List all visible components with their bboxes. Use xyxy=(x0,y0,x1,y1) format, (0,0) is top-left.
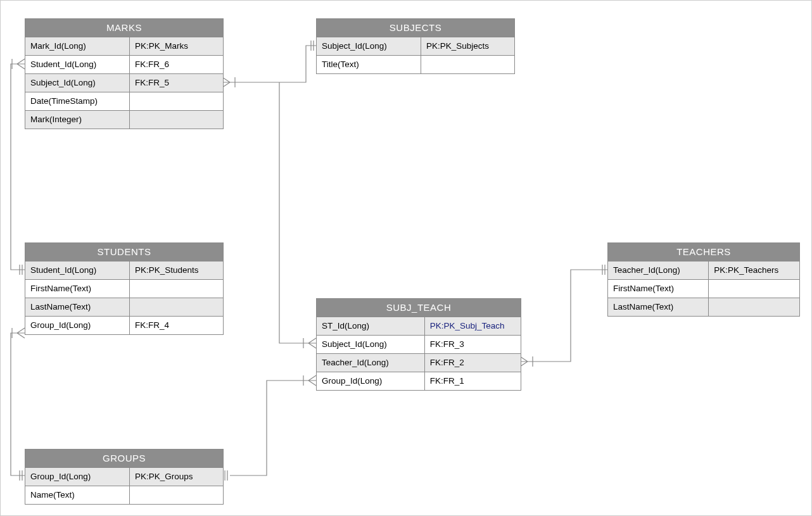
column-name: FirstName(Text) xyxy=(608,280,709,298)
column-name: Date(TimeStamp) xyxy=(25,92,130,110)
column-name: FirstName(Text) xyxy=(25,280,130,298)
entity-groups[interactable]: GROUPS Group_Id(Long) PK:PK_Groups Name(… xyxy=(25,449,224,505)
entity-row: Subject_Id(Long) FK:FR_3 xyxy=(317,336,521,354)
column-key: FK:FR_3 xyxy=(425,336,521,353)
column-name: LastName(Text) xyxy=(608,298,709,316)
column-key xyxy=(709,298,799,316)
column-key: PK:PK_Subjects xyxy=(421,37,514,55)
column-key xyxy=(130,280,223,298)
entity-row: LastName(Text) xyxy=(608,298,799,316)
entity-title: GROUPS xyxy=(25,450,223,468)
column-key xyxy=(130,92,223,110)
column-name: Group_Id(Long) xyxy=(25,317,130,334)
column-key xyxy=(130,486,223,504)
column-name: LastName(Text) xyxy=(25,298,130,316)
column-key: FK:FR_6 xyxy=(130,56,223,73)
entity-row: ST_Id(Long) PK:PK_Subj_Teach xyxy=(317,317,521,336)
entity-subj-teach[interactable]: SUBJ_TEACH ST_Id(Long) PK:PK_Subj_Teach … xyxy=(316,298,521,391)
column-name: Name(Text) xyxy=(25,486,130,504)
column-name: Group_Id(Long) xyxy=(317,372,425,390)
column-key xyxy=(421,56,514,73)
entity-row: Subject_Id(Long) PK:PK_Subjects xyxy=(317,37,514,56)
entity-row: FirstName(Text) xyxy=(608,280,799,298)
entity-row: Mark(Integer) xyxy=(25,111,223,129)
column-name: Teacher_Id(Long) xyxy=(608,261,709,279)
entity-row: Student_Id(Long) PK:PK_Students xyxy=(25,261,223,280)
column-name: Subject_Id(Long) xyxy=(25,74,130,92)
entity-row: Student_Id(Long) FK:FR_6 xyxy=(25,56,223,74)
column-name: Mark_Id(Long) xyxy=(25,37,130,55)
column-key: PK:PK_Subj_Teach xyxy=(425,317,521,335)
entity-row: Group_Id(Long) FK:FR_1 xyxy=(317,372,521,390)
entity-row: Group_Id(Long) PK:PK_Groups xyxy=(25,468,223,486)
column-name: Subject_Id(Long) xyxy=(317,37,421,55)
entity-row: Teacher_Id(Long) FK:FR_2 xyxy=(317,354,521,372)
column-key: FK:FR_5 xyxy=(130,74,223,92)
entity-subjects[interactable]: SUBJECTS Subject_Id(Long) PK:PK_Subjects… xyxy=(316,18,515,74)
entity-title: STUDENTS xyxy=(25,243,223,261)
entity-marks[interactable]: MARKS Mark_Id(Long) PK:PK_Marks Student_… xyxy=(25,18,224,129)
entity-row: Group_Id(Long) FK:FR_4 xyxy=(25,317,223,334)
column-key: PK:PK_Marks xyxy=(130,37,223,55)
entity-row: LastName(Text) xyxy=(25,298,223,317)
column-name: Student_Id(Long) xyxy=(25,56,130,73)
column-name: Subject_Id(Long) xyxy=(317,336,425,353)
column-name: Group_Id(Long) xyxy=(25,468,130,486)
entity-title: TEACHERS xyxy=(608,243,799,261)
entity-row: Mark_Id(Long) PK:PK_Marks xyxy=(25,37,223,56)
entity-row: Title(Text) xyxy=(317,56,514,73)
column-name: Student_Id(Long) xyxy=(25,261,130,279)
column-name: Mark(Integer) xyxy=(25,111,130,129)
column-name: Title(Text) xyxy=(317,56,421,73)
column-key xyxy=(130,111,223,129)
entity-title: SUBJECTS xyxy=(317,19,514,37)
entity-row: Teacher_Id(Long) PK:PK_Teachers xyxy=(608,261,799,280)
entity-title: SUBJ_TEACH xyxy=(317,299,521,317)
entity-row: Name(Text) xyxy=(25,486,223,504)
column-key xyxy=(709,280,799,298)
column-key xyxy=(130,298,223,316)
entity-row: Subject_Id(Long) FK:FR_5 xyxy=(25,74,223,92)
entity-students[interactable]: STUDENTS Student_Id(Long) PK:PK_Students… xyxy=(25,242,224,335)
column-key: PK:PK_Teachers xyxy=(709,261,799,279)
column-key: PK:PK_Groups xyxy=(130,468,223,486)
column-key: FK:FR_4 xyxy=(130,317,223,334)
column-key: PK:PK_Students xyxy=(130,261,223,279)
column-name: Teacher_Id(Long) xyxy=(317,354,425,372)
entity-title: MARKS xyxy=(25,19,223,37)
column-name: ST_Id(Long) xyxy=(317,317,425,335)
column-key: FK:FR_2 xyxy=(425,354,521,372)
column-key: FK:FR_1 xyxy=(425,372,521,390)
entity-row: Date(TimeStamp) xyxy=(25,92,223,111)
entity-row: FirstName(Text) xyxy=(25,280,223,298)
er-diagram-canvas: MARKS Mark_Id(Long) PK:PK_Marks Student_… xyxy=(0,0,812,516)
entity-teachers[interactable]: TEACHERS Teacher_Id(Long) PK:PK_Teachers… xyxy=(607,242,800,317)
